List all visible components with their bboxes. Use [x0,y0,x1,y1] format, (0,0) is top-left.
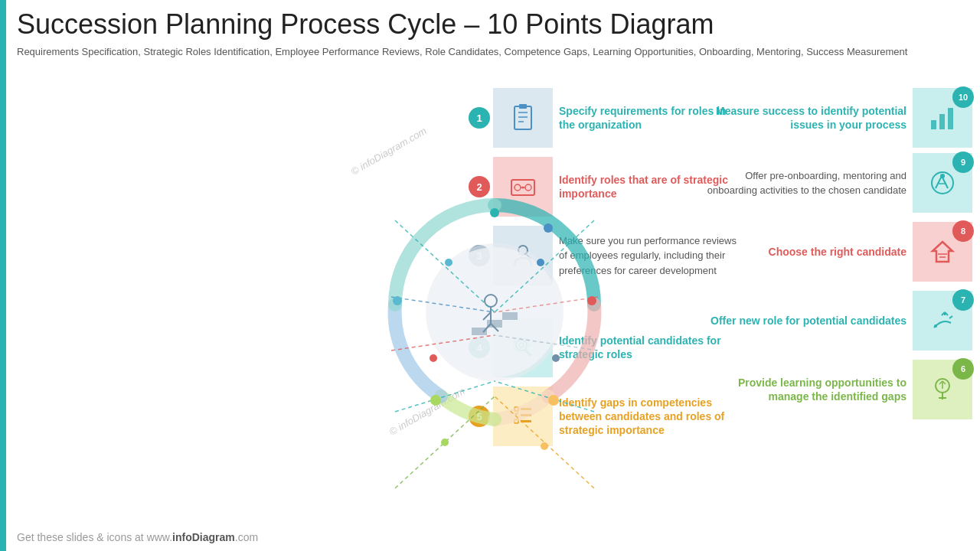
left-icon-8: 8 [913,222,972,282]
left-icon-7: 7 [913,291,972,350]
left-icon-10: 10 [913,88,972,148]
watermark-1: © infoDiagram.com [349,125,429,178]
left-item-10: Measure success to identify potential is… [704,88,972,148]
svg-point-13 [934,324,937,328]
svg-point-71 [441,439,449,446]
badge-7: 7 [952,289,974,311]
footer-suffix: .com [235,531,258,543]
svg-point-69 [430,354,437,362]
svg-point-72 [541,442,548,450]
right-item-1: 1 Specify requirements for roles in the … [469,88,744,148]
svg-point-65 [393,296,402,305]
svg-marker-6 [933,242,952,262]
badge-10: 10 [952,86,974,108]
badge-8: 8 [952,220,974,242]
svg-rect-0 [931,120,936,129]
header: Succession Planning Process Cycle – 10 P… [17,9,965,59]
page-title: Succession Planning Process Cycle – 10 P… [17,9,965,40]
badge-6: 6 [952,358,974,380]
right-icon-1 [493,88,553,148]
badge-9: 9 [952,152,974,173]
left-item-7: Offer new role for potential candidates … [704,291,972,350]
svg-point-66 [544,223,553,233]
badge-1: 1 [469,107,490,129]
svg-rect-45 [502,312,518,320]
diagram-area: © infoDiagram.com © infoDiagram.com Meas… [17,84,972,524]
svg-point-70 [552,354,560,362]
accent-bar [0,0,6,551]
svg-point-68 [537,259,544,266]
svg-line-12 [949,316,952,318]
center-diagram [372,182,617,427]
svg-point-62 [587,296,596,305]
page-subtitle: Requirements Specification, Strategic Ro… [17,44,965,60]
svg-rect-24 [519,104,527,109]
footer-brand: infoDiagram [172,531,235,543]
svg-point-63 [548,395,559,406]
right-item-1-text: Specify requirements for roles in the or… [553,104,744,132]
svg-point-67 [445,259,452,266]
svg-point-4 [940,174,945,178]
footer-text: Get these slides & icons at www. [17,531,172,543]
left-icon-9: 9 [913,153,972,213]
left-item-6: Provide learning opportunities to manage… [704,360,972,419]
left-item-9: Offer pre-onboarding, mentoring and onbo… [704,153,972,213]
svg-point-64 [430,395,441,406]
svg-point-61 [490,208,499,217]
svg-rect-2 [948,108,953,129]
left-item-8: Choose the right candidate 8 [704,222,972,282]
svg-rect-1 [939,114,945,129]
left-icon-6: 6 [913,360,972,419]
svg-rect-20 [514,106,531,129]
